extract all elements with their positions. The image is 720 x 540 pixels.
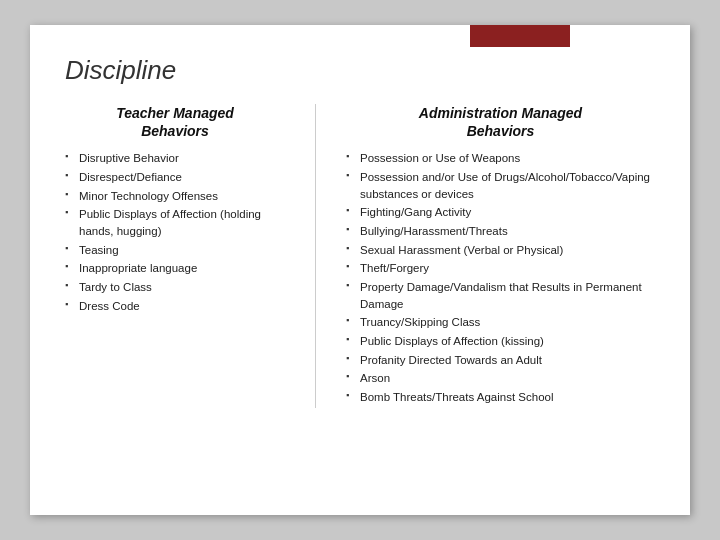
list-item: Public Displays of Affection (holding ha… (65, 206, 285, 239)
list-item: Disruptive Behavior (65, 150, 285, 167)
right-section-title: Administration Managed Behaviors (346, 104, 655, 140)
list-item: Sexual Harassment (Verbal or Physical) (346, 242, 655, 259)
list-item: Tardy to Class (65, 279, 285, 296)
list-item: Bomb Threats/Threats Against School (346, 389, 655, 406)
list-item: Theft/Forgery (346, 260, 655, 277)
list-item: Property Damage/Vandalism that Results i… (346, 279, 655, 312)
left-section-title: Teacher Managed Behaviors (65, 104, 285, 140)
top-accent-bar (470, 25, 570, 47)
list-item: Teasing (65, 242, 285, 259)
list-item: Truancy/Skipping Class (346, 314, 655, 331)
page-title: Discipline (65, 55, 655, 86)
list-item: Dress Code (65, 298, 285, 315)
list-item: Possession and/or Use of Drugs/Alcohol/T… (346, 169, 655, 202)
right-bullet-list: Possession or Use of WeaponsPossession a… (346, 150, 655, 405)
list-item: Bullying/Harassment/Threats (346, 223, 655, 240)
list-item: Minor Technology Offenses (65, 188, 285, 205)
right-column: Administration Managed Behaviors Possess… (346, 104, 655, 408)
content-area: Teacher Managed Behaviors Disruptive Beh… (65, 104, 655, 408)
list-item: Arson (346, 370, 655, 387)
left-column: Teacher Managed Behaviors Disruptive Beh… (65, 104, 285, 408)
list-item: Possession or Use of Weapons (346, 150, 655, 167)
list-item: Public Displays of Affection (kissing) (346, 333, 655, 350)
slide: Discipline Teacher Managed Behaviors Dis… (30, 25, 690, 515)
list-item: Fighting/Gang Activity (346, 204, 655, 221)
left-bullet-list: Disruptive BehaviorDisrespect/DefianceMi… (65, 150, 285, 314)
column-divider (315, 104, 316, 408)
list-item: Disrespect/Defiance (65, 169, 285, 186)
list-item: Profanity Directed Towards an Adult (346, 352, 655, 369)
list-item: Inappropriate language (65, 260, 285, 277)
